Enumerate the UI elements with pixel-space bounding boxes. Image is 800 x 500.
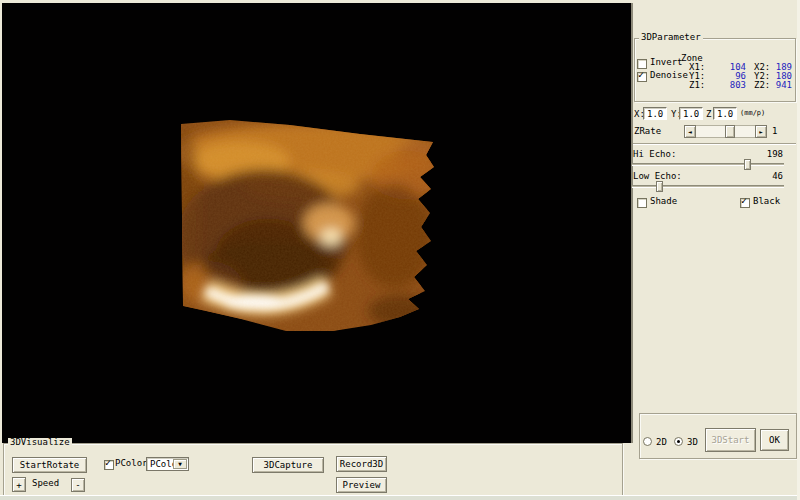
zrate-scroll-thumb[interactable]	[725, 125, 735, 138]
checkmark-icon: ✓	[638, 70, 644, 80]
low-echo-slider-thumb[interactable]	[656, 181, 663, 192]
speed-minus-button[interactable]: -	[71, 478, 85, 492]
visualize-group-title: 3DVisualize	[8, 438, 72, 447]
shade-checkbox[interactable]: ✓	[637, 198, 647, 208]
pcolor-select[interactable]: PColor ▼	[146, 457, 189, 471]
voxel-unit-label: (mm/p)	[740, 109, 765, 118]
parameter-group-title: 3DParameter	[639, 33, 703, 42]
ok-button[interactable]: OK	[760, 429, 789, 451]
panel-divider	[633, 143, 796, 145]
hi-echo-value: 198	[745, 150, 783, 159]
hi-echo-slider-track[interactable]	[632, 163, 784, 166]
pcolor-label: PColor	[115, 459, 148, 468]
mode-3d-label: 3D	[687, 438, 698, 447]
low-echo-value: 46	[745, 172, 783, 181]
scroll-left-icon: ◄	[688, 129, 692, 135]
zrate-label: ZRate	[634, 127, 661, 136]
chevron-down-icon: ▼	[178, 461, 182, 467]
zrate-scrollbar[interactable]: ◄ ►	[684, 125, 767, 138]
voxel-x-input[interactable]	[643, 107, 667, 120]
speed-label: Speed	[32, 479, 59, 488]
scroll-right-icon: ►	[759, 129, 763, 135]
invert-checkbox[interactable]: ✓	[637, 59, 647, 69]
record-3d-button[interactable]: Record3D	[336, 456, 387, 472]
zrate-value: 1	[772, 127, 777, 136]
denoise-label: Denoise	[650, 71, 688, 80]
hi-echo-label: Hi Echo:	[633, 150, 676, 159]
checkmark-icon: ✓	[741, 196, 747, 206]
black-label: Black	[753, 197, 780, 206]
preview-button[interactable]: Preview	[336, 477, 387, 493]
zrate-scroll-right-button[interactable]: ►	[755, 125, 767, 138]
pcolor-select-dropdown-button[interactable]: ▼	[173, 459, 187, 469]
start-rotate-button[interactable]: StartRotate	[12, 457, 87, 473]
speed-plus-button[interactable]: +	[12, 477, 26, 492]
checkmark-icon: ✓	[105, 458, 111, 468]
zrate-scroll-left-button[interactable]: ◄	[684, 125, 696, 138]
render-viewport[interactable]	[2, 3, 633, 443]
pcolor-checkbox[interactable]: ✓	[104, 460, 114, 470]
hi-echo-slider-thumb[interactable]	[744, 159, 751, 170]
low-echo-slider-track[interactable]	[632, 185, 784, 188]
voxel-z-input[interactable]	[713, 107, 737, 120]
denoise-checkbox[interactable]: ✓	[637, 72, 647, 82]
mode-2d-radio[interactable]	[643, 437, 652, 446]
window-bottom-edge	[0, 495, 800, 500]
zone-z1-label: Z1:	[689, 81, 705, 90]
start3d-button[interactable]: 3DStart	[705, 428, 756, 452]
zone-z2-value: 941	[756, 81, 792, 90]
low-echo-label: Low Echo:	[633, 172, 682, 181]
invert-label: Invert	[650, 58, 683, 67]
voxel-y-input[interactable]	[679, 107, 703, 120]
shade-label: Shade	[650, 197, 677, 206]
black-checkbox[interactable]: ✓	[740, 198, 750, 208]
ultrasound-3d-render	[2, 3, 631, 443]
capture-3d-button[interactable]: 3DCapture	[252, 457, 324, 473]
mode-2d-label: 2D	[656, 438, 667, 447]
mode-3d-radio[interactable]	[674, 437, 683, 446]
zone-z1-value: 803	[710, 81, 746, 90]
